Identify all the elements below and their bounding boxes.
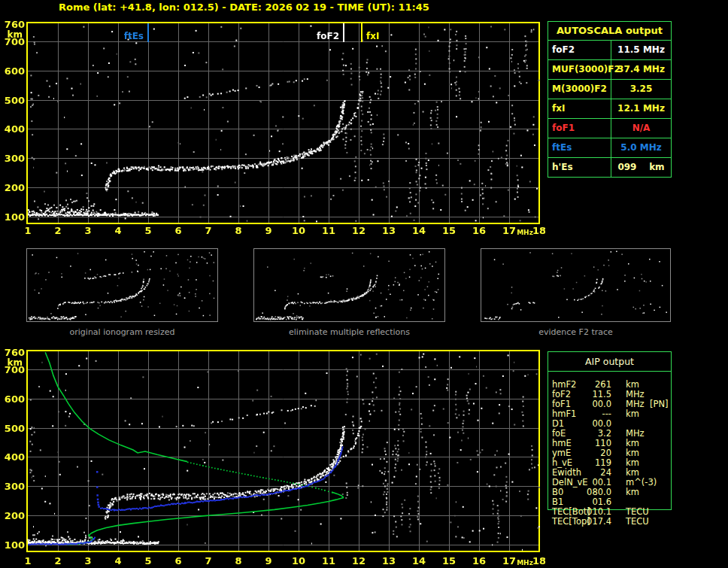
electron-density-profile-chart: [0, 342, 545, 568]
param-label: MUF(3000)F2: [548, 60, 611, 79]
autoscala-app-window: Rome (lat: +41.8, lon: 012.5) - DATE: 20…: [0, 0, 728, 568]
aip-table-title: AIP output: [548, 352, 671, 372]
thumbnail-caption-original: original ionogram resized: [26, 327, 218, 338]
scaled-ionogram-chart: [0, 0, 545, 241]
param-label: ftEs: [548, 138, 611, 157]
thumbnail-caption-eliminate: eliminate multiple reflections: [253, 327, 445, 338]
param-label: foF2: [548, 41, 611, 59]
param-value: 5.0 MHz: [611, 138, 671, 157]
param-value: 37.4 MHz: [611, 60, 671, 79]
table-row: h'Es 099 km: [548, 158, 671, 177]
param-label: foF1: [548, 119, 611, 138]
table-row: TEC[Top]017.4TECU: [548, 517, 671, 527]
autoscala-output-table: AUTOSCALA output foF2 11.5 MHz MUF(3000)…: [548, 21, 672, 178]
param-label: TEC[Top]: [548, 517, 584, 527]
param-value: 11.5 MHz: [611, 41, 671, 59]
thumbnail-caption-evidence: evidence F2 trace: [481, 327, 671, 338]
param-value: N/A: [611, 119, 671, 138]
table-row: fxI 12.1 MHz: [548, 99, 671, 119]
aip-table-rows: hmF2261km foF211.5MHz foF100.0MHz[PN] hm…: [548, 380, 671, 527]
table-row: foF2 11.5 MHz: [548, 41, 671, 60]
table-row: ftEs 5.0 MHz: [548, 138, 671, 158]
param-label: fxI: [548, 99, 611, 118]
param-value: 099 km: [611, 158, 671, 177]
param-label: M(3000)F2: [548, 80, 611, 99]
param-unit: TECU: [626, 517, 648, 527]
param-value: 3.25: [611, 80, 671, 99]
param-unit: km: [626, 409, 648, 419]
thumbnail-evidence-f2-trace: [481, 248, 671, 322]
table-row: M(3000)F2 3.25: [548, 80, 671, 99]
param-unit: km: [626, 488, 648, 497]
param-value: 017.4: [584, 517, 611, 527]
param-value: 12.1 MHz: [611, 99, 671, 118]
param-label: h'Es: [548, 158, 611, 177]
aip-output-table: AIP output hmF2261km foF211.5MHz foF100.…: [548, 351, 672, 510]
thumbnail-eliminate-reflections: [253, 248, 445, 322]
table-row: MUF(3000)F2 37.4 MHz: [548, 60, 671, 80]
autoscala-table-title: AUTOSCALA output: [548, 22, 671, 41]
thumbnail-original-ionogram: [26, 248, 218, 322]
table-row: foF1 N/A: [548, 119, 671, 138]
